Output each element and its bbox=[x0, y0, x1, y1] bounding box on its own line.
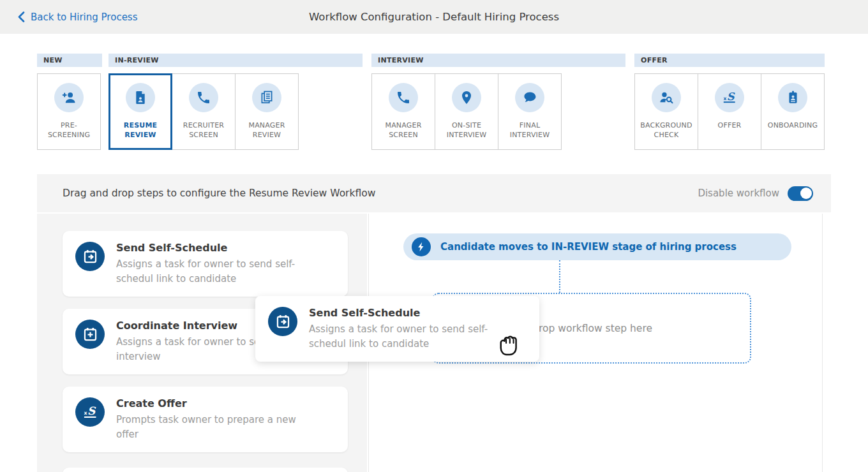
documents-icon bbox=[252, 83, 281, 112]
back-link-label: Back to Hiring Process bbox=[31, 11, 138, 23]
signature-icon: S x bbox=[75, 397, 105, 427]
back-link[interactable]: Back to Hiring Process bbox=[18, 0, 138, 34]
stage-step-onboarding[interactable]: ONBOARDING bbox=[761, 73, 825, 150]
lightning-icon bbox=[412, 237, 431, 256]
stage-step-label: MANAGER REVIEW bbox=[237, 121, 296, 141]
stage-step-offer[interactable]: S x OFFER bbox=[698, 73, 761, 150]
stage-step-resume-review[interactable]: RESUME REVIEW bbox=[108, 73, 172, 150]
dragged-card-description: Assigns a task for owner to send self-sc… bbox=[309, 322, 500, 351]
stage-header-in-review: IN-REVIEW bbox=[108, 54, 363, 67]
library-card-description: Prompts task owner to prepare a new offe… bbox=[116, 413, 308, 441]
stage-group-interview: INTERVIEW MANAGER SCREEN ON-SITE INTERVI… bbox=[371, 54, 625, 150]
stage-group-new: NEW PRE-SCREENING bbox=[37, 54, 102, 150]
toggle-label: Disable workflow bbox=[698, 188, 779, 199]
config-instruction: Drag and drop steps to configure the Res… bbox=[63, 188, 375, 199]
stage-step-label: ONBOARDING bbox=[763, 121, 822, 141]
library-card-partial[interactable] bbox=[63, 468, 348, 472]
stage-step-label: PRE-SCREENING bbox=[40, 121, 98, 141]
badge-icon bbox=[778, 83, 807, 112]
stage-group-offer: OFFER BACKGROUND CHECK S x OFFE bbox=[634, 54, 825, 150]
person-search-icon bbox=[652, 83, 681, 112]
stage-step-label: RECRUITER SCREEN bbox=[174, 121, 233, 141]
svg-text:x: x bbox=[723, 95, 726, 101]
person-plus-icon bbox=[54, 83, 84, 112]
stage-step-label: ON-SITE INTERVIEW bbox=[437, 121, 496, 141]
disable-workflow-toggle[interactable] bbox=[788, 186, 813, 201]
library-card-description: Assigns a task for owner to send self-sc… bbox=[116, 257, 308, 286]
grabbing-hand-cursor bbox=[496, 330, 520, 364]
stage-step-manager-screen[interactable]: MANAGER SCREEN bbox=[371, 73, 435, 150]
config-bar: Drag and drop steps to configure the Res… bbox=[37, 174, 831, 212]
library-card-title: Send Self-Schedule bbox=[116, 242, 308, 254]
dragged-card-title: Send Self-Schedule bbox=[309, 307, 500, 319]
calendar-send-icon bbox=[268, 307, 297, 336]
chat-bubble-icon bbox=[515, 83, 544, 112]
top-bar: Workflow Configuration - Default Hiring … bbox=[0, 0, 868, 34]
stage-step-label: OFFER bbox=[700, 121, 759, 141]
workflow-connector-line bbox=[559, 260, 560, 293]
stage-step-label: MANAGER SCREEN bbox=[374, 121, 433, 141]
workflow-trigger-node[interactable]: Candidate moves to IN-REVIEW stage of hi… bbox=[403, 233, 791, 260]
phone-icon bbox=[389, 83, 418, 112]
location-pin-icon bbox=[452, 83, 481, 112]
dropzone-label: Drop workflow step here bbox=[531, 323, 652, 334]
signature-icon: S x bbox=[715, 83, 744, 112]
stage-step-manager-review[interactable]: MANAGER REVIEW bbox=[235, 73, 299, 150]
stage-step-final-interview[interactable]: FINAL INTERVIEW bbox=[498, 73, 562, 150]
calendar-plus-icon bbox=[75, 320, 105, 349]
stage-step-on-site-interview[interactable]: ON-SITE INTERVIEW bbox=[435, 73, 498, 150]
stage-group-in-review: IN-REVIEW RESUME REVIEW RECRUITER SCREEN bbox=[108, 54, 363, 150]
stage-step-label: BACKGROUND CHECK bbox=[637, 121, 696, 141]
calendar-send-icon bbox=[75, 242, 105, 271]
library-card-create-offer[interactable]: S x Create Offer Prompts task owner to p… bbox=[63, 387, 348, 452]
svg-text:S: S bbox=[87, 404, 96, 417]
stage-header-interview: INTERVIEW bbox=[371, 54, 625, 67]
stage-step-label: FINAL INTERVIEW bbox=[500, 121, 559, 141]
resume-icon bbox=[126, 83, 155, 112]
phone-icon bbox=[189, 83, 218, 112]
stage-header-new: NEW bbox=[37, 54, 102, 67]
svg-text:x: x bbox=[84, 410, 87, 416]
stage-step-pre-screening[interactable]: PRE-SCREENING bbox=[37, 73, 101, 150]
stage-header-offer: OFFER bbox=[634, 54, 825, 67]
stage-step-recruiter-screen[interactable]: RECRUITER SCREEN bbox=[172, 73, 236, 150]
toggle-knob bbox=[800, 188, 812, 199]
library-card-title: Create Offer bbox=[116, 397, 308, 409]
chevron-left-icon bbox=[18, 11, 25, 22]
stage-step-background-check[interactable]: BACKGROUND CHECK bbox=[634, 73, 698, 150]
stage-step-label: RESUME REVIEW bbox=[111, 121, 170, 141]
library-card-send-self-schedule[interactable]: Send Self-Schedule Assigns a task for ow… bbox=[63, 231, 348, 297]
trigger-label: Candidate moves to IN-REVIEW stage of hi… bbox=[440, 241, 737, 253]
svg-text:S: S bbox=[727, 90, 735, 102]
